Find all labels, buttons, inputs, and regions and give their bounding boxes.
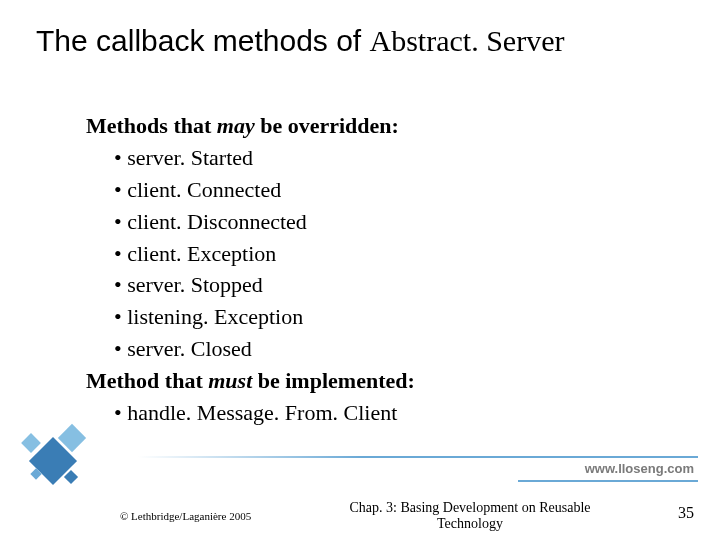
section1-lead: Methods that [86,113,217,138]
square-icon [21,433,41,453]
bullet-text: client. Exception [127,241,276,266]
bullet-text: server. Closed [127,336,252,361]
slide-body: Methods that may be overridden: server. … [86,110,646,429]
bullet-text: handle. Message. From. Client [127,400,397,425]
section1-tail: be overridden: [255,113,399,138]
section-implement-heading: Method that must be implemented: [86,365,646,397]
list-item: handle. Message. From. Client [86,397,646,429]
bullet-text: server. Started [127,145,253,170]
page-number: 35 [678,504,694,522]
slide-title: The callback methods of Abstract. Server [36,24,564,58]
bullet-text: client. Disconnected [127,209,307,234]
list-item: listening. Exception [86,301,646,333]
list-item: server. Closed [86,333,646,365]
title-prefix: The callback methods of [36,24,370,57]
list-item: server. Stopped [86,269,646,301]
footer: © Lethbridge/Laganière 2005 Chap. 3: Bas… [0,496,720,536]
square-icon [64,470,78,484]
list-item: client. Disconnected [86,206,646,238]
section-override-heading: Methods that may be overridden: [86,110,646,142]
bullet-text: listening. Exception [127,304,303,329]
list-item: server. Started [86,142,646,174]
chapter-text: Chap. 3: Basing Development on Reusable … [320,500,620,532]
section1-emph: may [217,113,255,138]
slide: The callback methods of Abstract. Server… [0,0,720,540]
copyright-text: © Lethbridge/Laganière 2005 [120,510,251,522]
section2-lead: Method that [86,368,208,393]
section2-emph: must [208,368,252,393]
site-url: www.lloseng.com [585,461,694,476]
section2-tail: be implemented: [252,368,415,393]
decorative-squares [18,410,88,500]
divider-upper [138,456,698,458]
list-item: client. Connected [86,174,646,206]
bullet-text: client. Connected [127,177,281,202]
list-item: client. Exception [86,238,646,270]
bullet-text: server. Stopped [127,272,263,297]
title-classname: Abstract. Server [370,24,565,57]
divider-lower [518,480,698,482]
